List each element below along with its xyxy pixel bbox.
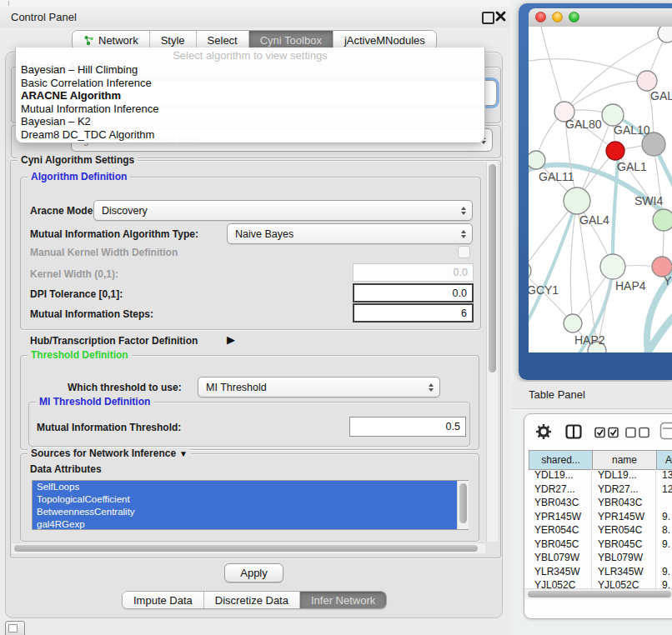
table-row[interactable]: YER054CYER054C8. xyxy=(529,523,672,538)
table-cell[interactable]: 8. xyxy=(656,523,672,538)
tab-infer-network[interactable]: Infer Network xyxy=(300,592,386,608)
column-header[interactable]: A xyxy=(657,451,672,469)
node-gal1[interactable] xyxy=(606,142,624,160)
deselect-all-columns-icon[interactable] xyxy=(625,427,650,438)
table-row[interactable]: YLR345WYLR345W9. xyxy=(529,565,672,579)
table-cell[interactable]: YBL079W xyxy=(592,551,656,565)
node-gcy1[interactable] xyxy=(529,262,531,280)
mi-threshold-field[interactable]: 0.5 xyxy=(349,417,466,437)
table-row[interactable]: YPR145WYPR145W9. xyxy=(529,510,672,524)
table-cell[interactable]: 9. xyxy=(656,565,672,579)
algorithm-option[interactable]: Mutual Information Inference xyxy=(16,102,484,116)
table-cell[interactable]: 9. xyxy=(656,578,672,588)
table-row[interactable]: YBR043CYBR043C xyxy=(529,496,672,510)
network-graph[interactable]: GALGAL80GAL10GAL1GAL11GAL4SWI4HAP4YGCY1H… xyxy=(529,27,672,352)
tab-network[interactable]: Network xyxy=(73,31,150,49)
table-row[interactable]: YBL079WYBL079W xyxy=(529,551,672,565)
table-cell[interactable]: YPR145W xyxy=(529,510,592,524)
collapse-arrow-icon[interactable]: ▶ xyxy=(227,333,235,346)
dpi-tolerance-field[interactable]: 0.0 xyxy=(353,283,474,302)
float-window-icon[interactable] xyxy=(482,12,494,24)
settings-hscrollbar[interactable] xyxy=(12,542,485,553)
table-cell[interactable]: 9. xyxy=(656,538,672,552)
minimized-panel-icon[interactable] xyxy=(5,621,25,635)
table-cell[interactable]: YBR043C xyxy=(529,496,592,510)
data-attribute-option[interactable]: BetweennessCentrality xyxy=(33,506,458,518)
attribute-list-vscrollbar[interactable] xyxy=(457,481,469,529)
table-cell[interactable]: YJL052C xyxy=(592,578,656,588)
manual-kernel-checkbox[interactable] xyxy=(458,246,470,258)
table-options-icon[interactable] xyxy=(659,422,672,440)
split-columns-icon[interactable] xyxy=(565,424,582,439)
algorithm-option[interactable]: ARACNE Algorithm xyxy=(16,89,484,102)
scrollbar-thumb[interactable] xyxy=(489,164,496,372)
data-attribute-option[interactable]: gal4RGexp xyxy=(33,518,458,530)
close-icon[interactable] xyxy=(495,11,506,22)
apply-button[interactable]: Apply xyxy=(224,563,283,582)
table-cell[interactable]: YBR045C xyxy=(592,538,656,552)
tab-style[interactable]: Style xyxy=(150,31,197,49)
algorithm-option[interactable]: Bayesian – K2 xyxy=(16,115,484,128)
node-gal4[interactable] xyxy=(564,188,590,214)
table-cell[interactable]: YDL19... xyxy=(592,468,656,482)
select-all-columns-icon[interactable] xyxy=(594,427,619,438)
tab-impute-data[interactable]: Impute Data xyxy=(123,592,204,608)
table-cell[interactable] xyxy=(656,496,672,510)
node-hap4[interactable] xyxy=(600,254,625,279)
table-row[interactable]: YDR27...YDR27...12 xyxy=(529,482,672,497)
tab-discretize-data[interactable]: Discretize Data xyxy=(204,592,300,608)
column-header[interactable]: shared... xyxy=(529,451,593,469)
table-hscrollbar[interactable] xyxy=(524,588,672,599)
zoom-traffic-light[interactable] xyxy=(569,12,579,22)
table-cell[interactable]: YER054C xyxy=(529,523,592,538)
data-attributes-list[interactable]: SelfLoopsTopologicalCoefficientBetweenne… xyxy=(32,480,469,530)
which-threshold-combo[interactable]: MI Threshold xyxy=(198,377,440,398)
network-window-titlebar[interactable] xyxy=(529,8,672,28)
minimize-traffic-light[interactable] xyxy=(552,12,563,22)
table-cell[interactable]: YBL079W xyxy=(529,551,592,565)
table-cell[interactable]: YDR27... xyxy=(592,482,656,497)
mi-steps-field[interactable]: 6 xyxy=(353,303,474,322)
node-top-partial[interactable] xyxy=(658,27,672,42)
table-cell[interactable]: YBR043C xyxy=(592,496,656,510)
table-cell[interactable]: YDL19... xyxy=(529,468,592,482)
table-cell[interactable]: 12 xyxy=(656,482,672,497)
table-cell[interactable]: YJL052C xyxy=(529,578,592,588)
node-gal11[interactable] xyxy=(529,151,545,169)
aracne-mode-combo[interactable]: Discovery xyxy=(93,200,473,221)
table-cell[interactable] xyxy=(656,551,672,565)
node-label: Y xyxy=(664,274,672,288)
table-cell[interactable]: YBR045C xyxy=(529,538,592,552)
tab-select[interactable]: Select xyxy=(197,31,249,49)
tab-cyni-toolbox[interactable]: Cyni Toolbox xyxy=(249,31,333,49)
tab-jactivemnodules[interactable]: jActiveMNodules xyxy=(333,31,436,49)
algorithm-option[interactable]: Bayesian – Hill Climbing xyxy=(16,63,484,77)
table-cell[interactable]: 13 xyxy=(656,468,672,482)
table-cell[interactable]: YLR345W xyxy=(592,565,656,579)
gear-icon[interactable] xyxy=(535,423,552,440)
close-traffic-light[interactable] xyxy=(535,12,546,22)
algorithm-option[interactable]: Basic Correlation Inference xyxy=(16,77,484,90)
scrollbar-thumb[interactable] xyxy=(14,545,478,552)
table-cell[interactable]: YER054C xyxy=(592,523,656,538)
table-cell[interactable]: YLR345W xyxy=(529,565,592,579)
table-cell[interactable]: 9. xyxy=(656,510,672,524)
data-attribute-option[interactable]: SelfLoops xyxy=(33,481,458,493)
table-cell[interactable]: YPR145W xyxy=(592,510,656,524)
node-hap2[interactable] xyxy=(564,314,582,332)
node-swi4[interactable] xyxy=(653,209,672,231)
table-row[interactable]: YBR045CYBR045C9. xyxy=(529,538,672,552)
settings-vscrollbar[interactable] xyxy=(486,162,498,542)
mi-algorithm-type-combo[interactable]: Naive Bayes xyxy=(227,223,473,244)
node-gal-partial[interactable] xyxy=(637,71,657,91)
column-header[interactable]: name xyxy=(593,451,657,469)
table-cell[interactable]: YDR27... xyxy=(529,482,592,497)
scrollbar-thumb[interactable] xyxy=(459,483,467,523)
scrollbar-thumb[interactable] xyxy=(528,591,671,598)
table-row[interactable]: YJL052CYJL052C9. xyxy=(529,578,672,588)
table-row[interactable]: YDL19...YDL19...13 xyxy=(529,468,672,482)
algorithm-option[interactable]: Dream8 DC_TDC Algorithm xyxy=(16,128,484,142)
expand-arrow-icon[interactable]: ▼ xyxy=(179,449,188,458)
data-attribute-option[interactable]: TopologicalCoefficient xyxy=(33,493,458,506)
kernel-width-field[interactable]: 0.0 xyxy=(353,263,474,282)
